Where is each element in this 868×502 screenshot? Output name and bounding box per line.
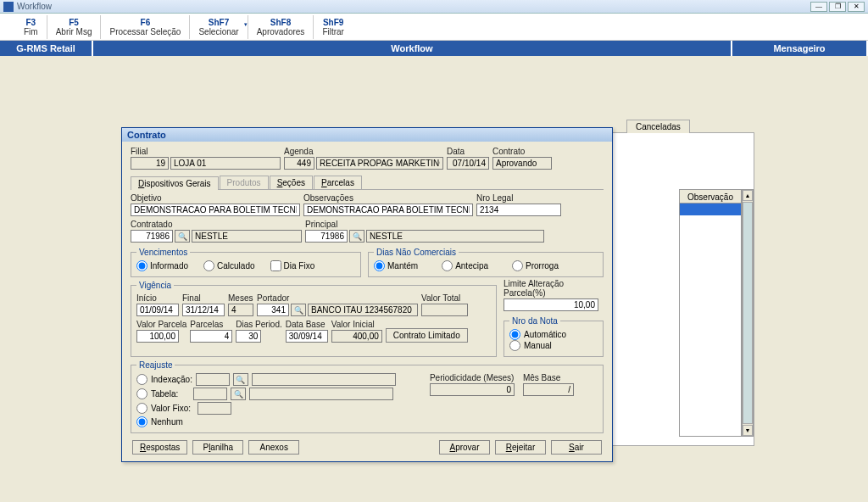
tb-abrir-msg[interactable]: F5 Abrir Msg <box>49 18 99 36</box>
nrolegal-label: Nro Legal <box>476 193 561 203</box>
contrato-limitado-button[interactable]: Contrato Limitado <box>386 328 468 343</box>
bg-list[interactable] <box>679 203 742 437</box>
binoculars-icon[interactable]: 🔍 <box>233 373 248 386</box>
scroll-down-icon[interactable]: ▼ <box>743 425 753 436</box>
agenda-label: Agenda <box>284 147 443 156</box>
radio-antecipa[interactable]: Antecipa <box>442 260 488 271</box>
vigencia-legend: Vigência <box>136 281 174 290</box>
mesbase-field[interactable] <box>523 383 574 396</box>
agenda-code[interactable] <box>284 157 314 170</box>
sair-button[interactable]: Sair <box>551 440 602 455</box>
nrolegal-field[interactable] <box>476 204 561 216</box>
mesbase-label: Mês Base <box>523 373 574 382</box>
radio-informado[interactable]: Informado <box>136 260 188 271</box>
principal-name[interactable] <box>366 230 544 243</box>
tabstrip: Dispositivos Gerais Produtos Seções Parc… <box>131 175 604 190</box>
radio-nenhum[interactable]: Nenhum <box>136 416 396 427</box>
valorparcela-field[interactable] <box>136 330 179 343</box>
filial-name[interactable] <box>170 157 281 170</box>
database-field[interactable] <box>286 330 328 343</box>
radio-mantem[interactable]: Mantém <box>374 260 418 271</box>
radio-automatico[interactable]: Automático <box>509 329 598 340</box>
tb-fim[interactable]: F3 Fim <box>17 18 45 36</box>
app-bar-right[interactable]: Mensageiro <box>732 41 868 56</box>
radio-valorfixo[interactable]: Valor Fixo: <box>136 402 396 415</box>
chk-diafixo[interactable]: Dia Fixo <box>270 260 315 271</box>
reajuste-legend: Reajuste <box>136 360 175 370</box>
radio-manual[interactable]: Manual <box>509 340 598 351</box>
portador-name[interactable] <box>308 304 418 316</box>
titlebar: Workflow — ❐ ✕ <box>0 0 868 14</box>
radio-tabela[interactable]: Tabela: 🔍 <box>136 388 396 400</box>
nronota-legend: Nro da Nota <box>509 316 560 326</box>
scroll-thumb[interactable] <box>743 202 753 424</box>
aprovar-button[interactable]: Aprovar <box>439 440 490 455</box>
reajuste-group: Reajuste Indexação: 🔍 Tabela: 🔍 Valor Fi… <box>131 360 604 433</box>
app-bar-left: G-RMS Retail <box>0 41 93 56</box>
close-button[interactable]: ✕ <box>848 2 865 12</box>
contratado-name[interactable] <box>192 230 302 243</box>
inicio-field[interactable] <box>136 304 179 316</box>
binoculars-icon[interactable]: 🔍 <box>349 230 364 243</box>
scroll-up-icon[interactable]: ▲ <box>743 190 753 201</box>
filial-code[interactable] <box>131 157 169 170</box>
agenda-name[interactable] <box>316 157 443 170</box>
app-icon <box>3 2 14 12</box>
binoculars-icon[interactable]: 🔍 <box>231 388 246 400</box>
radio-prorroga[interactable]: Prorroga <box>512 260 559 271</box>
tab-dispositivos-gerais[interactable]: Dispositivos Gerais <box>131 176 219 190</box>
minimize-button[interactable]: — <box>810 2 827 12</box>
valorinicial-field[interactable] <box>331 330 382 343</box>
vencimentos-legend: Vencimentos <box>136 248 190 257</box>
period-field[interactable] <box>430 383 515 396</box>
period-label: Periodicidade (Meses) <box>430 373 515 382</box>
respostas-button[interactable]: Respostas <box>132 440 187 455</box>
radio-calculado[interactable]: Calculado <box>203 260 254 271</box>
valortotal-field[interactable] <box>421 304 468 316</box>
vencimentos-group: Vencimentos Informado Calculado Dia Fixo <box>131 248 361 277</box>
toolbar: F3 Fim F5 Abrir Msg F6 Processar Seleção… <box>0 14 868 41</box>
radio-indexacao[interactable]: Indexação: 🔍 <box>136 373 396 386</box>
anexos-button[interactable]: Anexos <box>248 440 299 455</box>
meses-field[interactable] <box>228 304 253 316</box>
objetivo-label: Objetivo <box>131 193 300 203</box>
tb-filtrar[interactable]: ShF9 Filtrar <box>315 18 351 36</box>
rejeitar-button[interactable]: Rejeitar <box>495 440 546 455</box>
maximize-button[interactable]: ❐ <box>829 2 846 12</box>
dialog-title: Contrato <box>122 128 612 142</box>
binoculars-icon[interactable]: 🔍 <box>175 230 190 243</box>
bg-selected-row[interactable] <box>680 204 741 215</box>
limite-label: Limite Alteração Parcela(%) <box>504 279 604 298</box>
data-label: Data <box>447 147 489 156</box>
bg-tab-canceladas[interactable]: Canceladas <box>626 120 690 133</box>
diasperiod-field[interactable] <box>236 330 261 343</box>
tab-produtos: Produtos <box>220 176 269 189</box>
obs-label: Observações <box>303 193 473 203</box>
principal-code[interactable] <box>305 230 348 243</box>
parcelas-field[interactable] <box>190 330 232 343</box>
obs-field[interactable] <box>303 204 473 216</box>
tb-selecionar[interactable]: ShF7 Selecionar <box>192 18 245 36</box>
tb-aprovadores[interactable]: ShF8 Aprovadores <box>250 18 312 36</box>
dnc-legend: Dias Não Comerciais <box>374 248 459 257</box>
bg-scrollbar[interactable]: ▲ ▼ <box>742 189 754 437</box>
portador-code[interactable] <box>257 304 289 316</box>
data-field[interactable] <box>447 157 489 170</box>
dnc-group: Dias Não Comerciais Mantém Antecipa Pror… <box>368 248 604 277</box>
app-bar-middle: Workflow <box>93 41 732 56</box>
contratado-label: Contratado <box>131 220 302 229</box>
tb-processar[interactable]: F6 Processar Seleção <box>103 18 187 36</box>
tab-secoes[interactable]: Seções <box>270 176 313 189</box>
tab1-text: ispositivos Gerais <box>144 179 210 188</box>
vigencia-group: Vigência Início Final Meses Portador 🔍 <box>131 281 497 357</box>
contrato-status[interactable] <box>492 157 552 170</box>
contratado-code[interactable] <box>131 230 173 243</box>
planilha-button[interactable]: Planilha <box>192 440 243 455</box>
filial-label: Filial <box>131 147 281 156</box>
final-field[interactable] <box>182 304 225 316</box>
contrato-dialog: Contrato Filial Agenda <box>121 127 613 462</box>
limite-field[interactable] <box>504 298 598 311</box>
binoculars-icon[interactable]: 🔍 <box>291 304 306 316</box>
objetivo-field[interactable] <box>131 204 300 216</box>
tab-parcelas[interactable]: Parcelas <box>314 176 362 189</box>
